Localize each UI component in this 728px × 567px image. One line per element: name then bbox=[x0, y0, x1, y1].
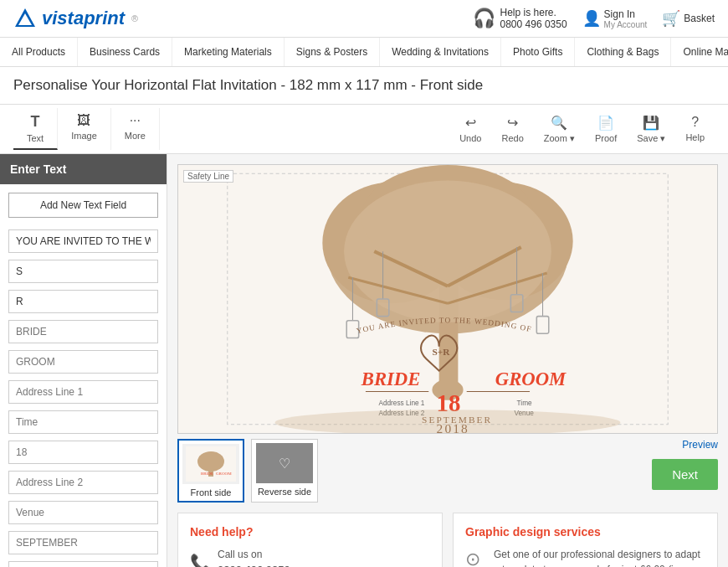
svg-text:Address Line 1: Address Line 1 bbox=[378, 399, 424, 407]
phone-icon: 📞 bbox=[190, 553, 211, 567]
nav-marketing-materials[interactable]: Marketing Materials bbox=[172, 38, 285, 66]
text-tool-button[interactable]: T Text bbox=[13, 108, 58, 150]
svg-text:BRIDE: BRIDE bbox=[201, 472, 213, 476]
navigation: All Products Business Cards Marketing Ma… bbox=[0, 38, 728, 67]
text-field-month[interactable] bbox=[8, 531, 158, 554]
text-field-groom[interactable] bbox=[8, 350, 158, 374]
page-title: Personalise Your Horizontal Flat Invitat… bbox=[0, 67, 728, 105]
main-content: Enter Text Add New Text Field Safety Lin… bbox=[0, 154, 728, 567]
sign-in-button[interactable]: 👤 Sign In My Account bbox=[582, 8, 648, 29]
help-phone: 0800 496 0350 bbox=[218, 562, 290, 567]
nav-signs-posters[interactable]: Signs & Posters bbox=[285, 38, 380, 66]
svg-point-35 bbox=[275, 410, 621, 433]
design-icon: ⊙ bbox=[465, 549, 480, 567]
my-account-label: My Account bbox=[604, 20, 648, 29]
text-field-bride[interactable] bbox=[8, 320, 158, 343]
svg-text:Time: Time bbox=[517, 399, 532, 407]
help-box: Need help? 📞 Call us on 0800 496 0350 Su… bbox=[177, 513, 443, 567]
logo-icon bbox=[13, 7, 37, 30]
sign-in-label: Sign In bbox=[604, 8, 648, 20]
help-button[interactable]: ? Help bbox=[675, 110, 715, 149]
image-tool-button[interactable]: 🖼 Image bbox=[58, 108, 111, 150]
more-icon: ··· bbox=[130, 113, 141, 128]
help-label: Help bbox=[685, 132, 705, 142]
front-side-label: Front side bbox=[191, 487, 232, 497]
below-canvas: BRIDE GROOM Front side ♡ Reverse side Pr… bbox=[177, 439, 718, 503]
proof-button[interactable]: 📄 Proof bbox=[585, 110, 627, 149]
front-side-thumb[interactable]: BRIDE GROOM Front side bbox=[177, 439, 244, 503]
nav-business-cards[interactable]: Business Cards bbox=[78, 38, 172, 66]
basket-label: Basket bbox=[684, 13, 715, 24]
zoom-button[interactable]: 🔍 Zoom ▾ bbox=[534, 110, 585, 149]
basket-button[interactable]: 🛒 Basket bbox=[662, 9, 715, 28]
add-text-field-button[interactable]: Add New Text Field bbox=[8, 193, 158, 218]
zoom-label: Zoom ▾ bbox=[544, 133, 575, 144]
svg-text:GROOM: GROOM bbox=[495, 369, 567, 389]
reverse-thumb-image: ♡ bbox=[256, 443, 313, 483]
nav-clothing-bags[interactable]: Clothing & Bags bbox=[575, 38, 671, 66]
reverse-side-thumb[interactable]: ♡ Reverse side bbox=[251, 439, 318, 503]
text-field-address1[interactable] bbox=[8, 380, 158, 404]
safety-line-label: Safety Line bbox=[183, 170, 233, 183]
save-button[interactable]: 💾 Save ▾ bbox=[627, 110, 675, 149]
text-field-date-day[interactable] bbox=[8, 441, 158, 464]
text-field-0[interactable] bbox=[8, 229, 158, 253]
undo-icon: ↩ bbox=[465, 115, 476, 131]
nav-all-products[interactable]: All Products bbox=[0, 38, 78, 66]
toolbar-right: ↩ Undo ↪ Redo 🔍 Zoom ▾ 📄 Proof 💾 Save ▾ … bbox=[449, 110, 715, 149]
redo-icon: ↪ bbox=[507, 115, 518, 131]
canvas-container: Safety Line bbox=[177, 164, 718, 434]
save-label: Save ▾ bbox=[637, 133, 665, 144]
info-row: Need help? 📞 Call us on 0800 496 0350 Su… bbox=[177, 513, 718, 567]
nav-wedding-invitations[interactable]: Wedding & Invitations bbox=[380, 38, 501, 66]
canvas-actions: Preview Next bbox=[652, 439, 718, 490]
logo: vistaprint ® bbox=[13, 7, 138, 30]
preview-link[interactable]: Preview bbox=[682, 439, 718, 451]
text-field-time[interactable] bbox=[8, 410, 158, 434]
design-content: ⊙ Get one of our professional designers … bbox=[465, 547, 705, 567]
undo-button[interactable]: ↩ Undo bbox=[449, 110, 491, 149]
svg-text:S+R: S+R bbox=[432, 347, 450, 357]
design-description: Get one of our professional designers to… bbox=[494, 547, 705, 567]
side-thumbnails: BRIDE GROOM Front side ♡ Reverse side bbox=[177, 439, 318, 503]
text-field-address2[interactable] bbox=[8, 471, 158, 494]
help-text: Help is here. 0800 496 0350 bbox=[500, 7, 567, 30]
front-thumb-image: BRIDE GROOM bbox=[182, 444, 239, 484]
nav-photo-gifts[interactable]: Photo Gifts bbox=[501, 38, 575, 66]
svg-text:GROOM: GROOM bbox=[216, 472, 232, 476]
toolbar-left: T Text 🖼 Image ··· More bbox=[13, 108, 160, 150]
zoom-icon: 🔍 bbox=[551, 115, 567, 131]
svg-text:BRIDE: BRIDE bbox=[361, 369, 421, 389]
text-icon: T bbox=[31, 113, 40, 131]
text-label: Text bbox=[27, 133, 44, 143]
text-field-venue[interactable] bbox=[8, 501, 158, 524]
next-button[interactable]: Next bbox=[652, 459, 718, 490]
redo-label: Redo bbox=[501, 133, 523, 143]
user-icon: 👤 bbox=[582, 9, 601, 28]
invitation-preview: Safety Line bbox=[178, 165, 717, 433]
text-field-year[interactable] bbox=[8, 561, 158, 567]
phone-row: 📞 Call us on 0800 496 0350 bbox=[190, 547, 430, 567]
help-section: 🎧 Help is here. 0800 496 0350 bbox=[473, 7, 567, 30]
image-label: Image bbox=[71, 131, 97, 141]
more-tool-button[interactable]: ··· More bbox=[111, 108, 160, 150]
redo-button[interactable]: ↪ Redo bbox=[491, 110, 533, 149]
proof-icon: 📄 bbox=[597, 115, 614, 131]
logo-text: vistaprint bbox=[42, 8, 125, 29]
text-field-1[interactable] bbox=[8, 260, 158, 283]
svg-rect-21 bbox=[536, 317, 548, 334]
help-label: Help is here. bbox=[500, 7, 567, 18]
nav-online-marketing[interactable]: Online Marketing bbox=[671, 38, 728, 66]
text-field-2[interactable] bbox=[8, 290, 158, 313]
design-box: Graphic design services ⊙ Get one of our… bbox=[453, 513, 718, 567]
header-right: 🎧 Help is here. 0800 496 0350 👤 Sign In … bbox=[473, 7, 715, 30]
help-icon: ? bbox=[691, 115, 699, 130]
headset-icon: 🎧 bbox=[473, 8, 495, 29]
panel-header: Enter Text bbox=[0, 154, 167, 184]
invitation-svg: S+R YOU ARE INVITED TO THE WEDDING OF BR… bbox=[178, 165, 717, 433]
reverse-side-label: Reverse side bbox=[258, 487, 311, 497]
logo-trademark: ® bbox=[131, 13, 138, 23]
left-panel: Enter Text Add New Text Field bbox=[0, 154, 167, 567]
more-label: More bbox=[125, 131, 146, 141]
design-box-title: Graphic design services bbox=[465, 525, 705, 539]
